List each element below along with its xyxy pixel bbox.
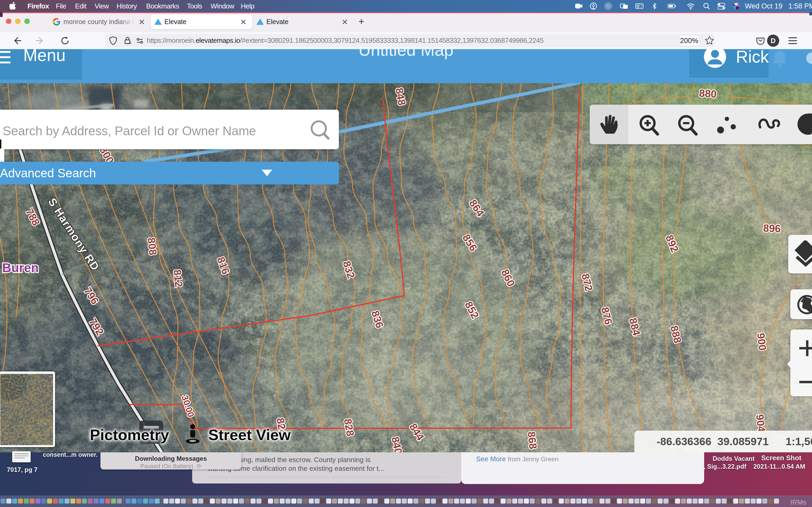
svg-text:900: 900 [755, 332, 769, 351]
svg-text:808: 808 [146, 237, 159, 256]
svg-text:880: 880 [699, 87, 717, 100]
svg-text:812: 812 [171, 269, 185, 288]
svg-text:868: 868 [526, 431, 539, 450]
svg-text:Buren: Buren [2, 261, 39, 275]
svg-text:896: 896 [763, 222, 781, 234]
svg-text:904: 904 [754, 414, 768, 433]
